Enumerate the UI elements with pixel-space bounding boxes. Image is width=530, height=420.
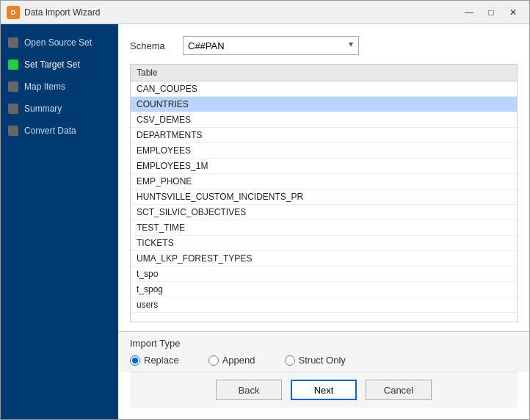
sidebar-item-map-items[interactable]: Map Items [1,76,118,98]
schema-label: Schema [130,40,174,51]
table-row[interactable]: DEPARTMENTS [131,128,517,143]
radio-group: Replace Append Struct Only [130,355,529,366]
table-row[interactable]: UMA_LKP_FOREST_TYPES [131,251,517,267]
table-row[interactable]: CAN_COUPES [131,82,517,97]
sidebar-dot-summary [8,104,18,114]
sidebar-item-convert-data[interactable]: Convert Data [1,120,118,142]
radio-append-input[interactable] [208,355,219,366]
sidebar-dot-open-source-set [8,37,18,48]
sidebar-label-map-items: Map Items [24,82,65,92]
sidebar-label-convert-data: Convert Data [24,126,76,136]
table-row[interactable]: SCT_SILVIC_OBJECTIVES [131,205,517,220]
table-row[interactable]: HUNTSVILLE_CUSTOM_INCIDENTS_PR [131,189,517,205]
table-row[interactable]: CSV_DEMES [131,112,517,128]
sidebar: Open Source SetSet Target SetMap ItemsSu… [1,24,118,419]
minimize-button[interactable]: — [459,4,479,21]
title-bar: D Data Import Wizard — □ ✕ [1,1,529,24]
radio-replace-label: Replace [144,355,179,366]
radio-struct-only-input[interactable] [285,355,295,366]
radio-replace[interactable]: Replace [130,355,179,366]
table-row[interactable]: EMP_PHONE [131,174,517,189]
table-row[interactable]: t_spo [131,267,517,282]
sidebar-dot-set-target-set [8,59,18,70]
footer: Back Next Cancel [130,372,518,408]
table-row[interactable]: EMPLOYEES [131,143,517,159]
title-bar-left: D Data Import Wizard [7,6,100,19]
svg-text:D: D [11,9,16,16]
main-panel: Schema C##PANPUBLICSYS Table CAN_COUPESC… [118,24,529,419]
table-row[interactable]: EMPLOYEES_1M [131,159,517,174]
maximize-button[interactable]: □ [481,4,501,21]
close-button[interactable]: ✕ [503,4,523,21]
radio-append[interactable]: Append [208,355,255,366]
table-row[interactable]: t_spog [131,282,517,297]
window-title: Data Import Wizard [24,7,100,18]
back-button[interactable]: Back [216,380,282,400]
import-type-label: Import Type [130,338,529,349]
app-icon: D [7,6,20,19]
next-button[interactable]: Next [291,380,357,400]
table-row[interactable]: users [131,297,517,313]
table-row[interactable]: COUNTRIES [131,97,517,112]
cancel-button[interactable]: Cancel [366,380,432,400]
window-controls: — □ ✕ [459,4,523,21]
schema-select[interactable]: C##PANPUBLICSYS [183,36,359,55]
table-row[interactable]: TEST_TIME [131,220,517,236]
sidebar-dot-convert-data [8,126,18,136]
sidebar-item-open-source-set[interactable]: Open Source Set [1,32,118,54]
table-row[interactable]: TICKETS [131,236,517,251]
sidebar-label-open-source-set: Open Source Set [24,37,92,48]
import-type-section: Import Type Replace Append Struct Only [118,331,529,372]
sidebar-label-set-target-set: Set Target Set [24,59,80,70]
content-area: Open Source SetSet Target SetMap ItemsSu… [1,24,529,419]
radio-append-label: Append [222,355,255,366]
schema-row: Schema C##PANPUBLICSYS [130,36,518,55]
sidebar-item-set-target-set[interactable]: Set Target Set [1,54,118,76]
sidebar-item-summary[interactable]: Summary [1,98,118,120]
radio-struct-only[interactable]: Struct Only [285,355,346,366]
schema-select-wrapper: C##PANPUBLICSYS [183,36,359,55]
main-window: D Data Import Wizard — □ ✕ Open Source S… [0,0,530,420]
sidebar-label-summary: Summary [24,104,62,114]
sidebar-dot-map-items [8,82,18,92]
table-header: Table [131,65,517,82]
table-container[interactable]: Table CAN_COUPESCOUNTRIESCSV_DEMESDEPART… [130,64,518,322]
radio-replace-input[interactable] [130,355,140,366]
radio-struct-only-label: Struct Only [299,355,346,366]
